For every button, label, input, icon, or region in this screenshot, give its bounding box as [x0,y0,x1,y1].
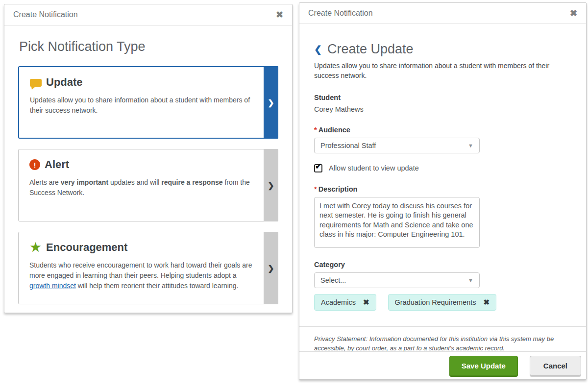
alert-desc-text: updates and will [108,178,161,186]
alert-desc-bold: require a response [161,178,222,186]
title-row: ❮ Create Update [314,42,571,57]
speech-bubble-icon [30,79,42,87]
encouragement-card-description: Students who receive encouragement to wo… [29,260,255,291]
caret-down-icon: ▼ [468,143,473,148]
required-asterisk: * [314,185,317,193]
modal-header: Create Notification ✖ [299,3,586,24]
modal-body: ❮ Create Update Updates allow you to sha… [299,24,586,353]
back-chevron-icon[interactable]: ❮ [314,44,322,55]
growth-mindset-link[interactable]: growth mindset [29,282,76,290]
description-label: *Description [314,185,571,193]
encouragement-desc-text: Students who receive encouragement to wo… [29,261,252,279]
update-card-title-row: Update [30,76,255,89]
page-title: Pick Notification Type [19,39,278,54]
create-update-modal: Create Notification ✖ ❮ Create Update Up… [299,2,587,380]
modal-header: Create Notification ✖ [4,4,292,25]
alert-desc-bold: very important [61,178,108,186]
alert-card-title-row: ! Alert [29,158,255,171]
remove-tag-icon[interactable]: ✖ [363,298,369,307]
alert-card-description: Alerts are very important updates and wi… [29,177,255,198]
update-card[interactable]: Update Updates allow you to share inform… [18,66,278,139]
divider [299,326,586,327]
close-icon[interactable]: ✖ [570,9,577,18]
required-asterisk: * [314,126,317,134]
caret-down-icon: ▼ [468,277,473,283]
student-name: Corey Mathews [314,105,571,113]
audience-label: *Audience [314,126,571,134]
category-placeholder: Select... [320,276,346,284]
close-icon[interactable]: ✖ [276,10,283,19]
encouragement-card-arrow-strip[interactable]: ❯ [264,232,278,304]
allow-student-checkbox-row: ✔ Allow student to view update [314,164,571,172]
modal-header-title: Create Notification [308,9,373,18]
tag-label: Academics [321,298,356,306]
remove-tag-icon[interactable]: ✖ [484,298,490,307]
student-label: Student [314,94,571,101]
chevron-right-icon: ❯ [268,181,274,190]
checkmark-icon: ✔ [315,162,321,171]
chevron-right-icon: ❯ [268,98,274,107]
update-card-title: Update [46,76,83,89]
page-title: Create Update [327,42,414,57]
modal-body: Pick Notification Type Update Updates al… [4,25,292,304]
save-update-button[interactable]: Save Update [449,356,518,376]
alert-desc-text: Alerts are [29,178,61,186]
modal-header-title: Create Notification [13,10,78,19]
tag-label: Graduation Requirements [395,298,476,306]
encouragement-card-title: Encouragement [46,241,127,254]
alert-card-arrow-strip[interactable]: ❯ [264,149,278,221]
encouragement-desc-text: will help them reorient their attitudes … [76,282,239,290]
category-label: Category [314,261,571,269]
allow-student-checkbox[interactable]: ✔ [314,164,322,172]
alert-exclamation-icon: ! [29,159,40,170]
page-subtitle: Updates allow you to share information a… [314,61,562,81]
chevron-right-icon: ❯ [268,264,274,273]
alert-card[interactable]: ! Alert Alerts are very important update… [18,149,278,221]
tag-graduation-requirements: Graduation Requirements ✖ [388,294,497,311]
audience-label-text: Audience [318,126,350,134]
update-card-description: Updates allow you to share information a… [30,95,255,116]
encouragement-card[interactable]: ★ Encouragement Students who receive enc… [18,232,278,304]
description-textarea[interactable]: I met with Corey today to discuss his co… [314,197,480,248]
privacy-statement: Privacy Statement: Information documente… [314,334,560,353]
star-icon: ★ [29,242,42,253]
pick-notification-modal: Create Notification ✖ Pick Notification … [4,4,293,313]
audience-select[interactable]: Professional Staff ▼ [314,138,480,153]
audience-selected-value: Professional Staff [320,142,376,149]
description-label-text: Description [318,185,358,193]
tag-academics: Academics ✖ [314,294,376,311]
category-tags-row: Academics ✖ Graduation Requirements ✖ [314,294,571,311]
cancel-button[interactable]: Cancel [530,356,581,376]
alert-card-title: Alert [45,158,69,171]
update-card-arrow-strip[interactable]: ❯ [264,66,278,139]
allow-student-checkbox-label: Allow student to view update [329,164,419,172]
modal-footer: Save Update Cancel [299,351,586,379]
category-select[interactable]: Select... ▼ [314,272,480,288]
encouragement-card-title-row: ★ Encouragement [29,241,255,254]
